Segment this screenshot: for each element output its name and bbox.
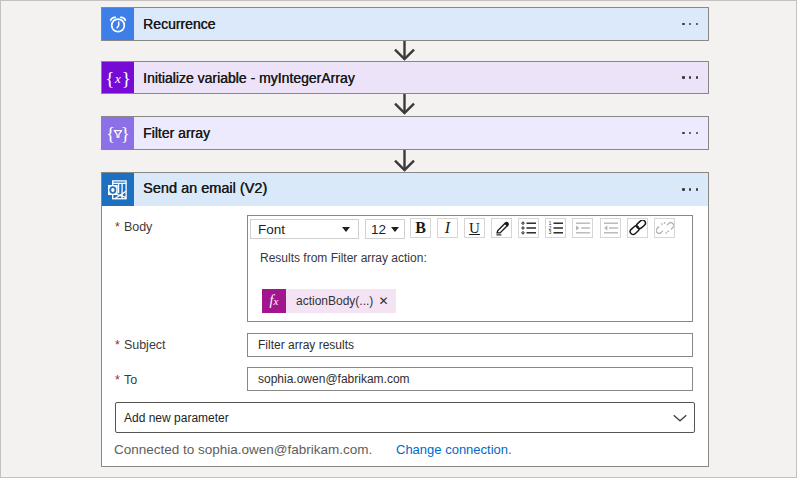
svg-text:3: 3	[548, 230, 551, 235]
svg-text:}: }	[122, 67, 131, 88]
svg-text:{: {	[106, 123, 115, 144]
svg-text:{: {	[105, 67, 114, 88]
svg-text:x: x	[114, 70, 121, 85]
svg-text:}: }	[121, 123, 130, 144]
